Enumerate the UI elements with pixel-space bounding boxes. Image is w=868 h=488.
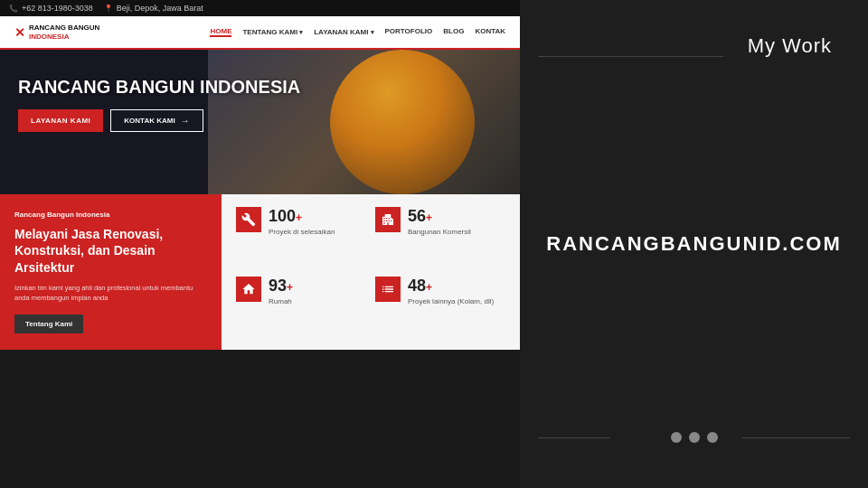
arrow-icon: → — [181, 116, 190, 126]
topbar-location: 📍 Beji, Depok, Jawa Barat — [104, 4, 203, 13]
stat-2-value: 56 — [408, 207, 426, 225]
stat-1-number: 100+ — [269, 207, 335, 226]
nav-kontak[interactable]: KONTAK — [475, 27, 505, 37]
stat-2-number: 56+ — [408, 207, 471, 226]
stats-title: Melayani Jasa Renovasi, Konstruksi, dan … — [14, 226, 207, 276]
contact-button-label: KONTAK KAMI — [124, 117, 175, 125]
stat-3-plus: + — [287, 281, 293, 294]
stats-grid: 100+ Proyek di selesaikan 56+ Bangunan K… — [222, 194, 520, 350]
nav-layanan[interactable]: LAYANAN KAMI — [314, 27, 373, 37]
my-work-label: My Work — [748, 34, 832, 58]
stat-1-value: 100 — [269, 207, 296, 225]
bottom-line-left — [538, 437, 610, 438]
logo: ✕ RANCANG BANGUN INDONESIA — [14, 23, 99, 41]
stat-4-label: Proyek lainnya (Kolam, dll) — [408, 297, 494, 305]
stat-3-data: 93+ Rumah — [269, 277, 293, 305]
contact-button[interactable]: KONTAK KAMI → — [110, 109, 203, 132]
stat-3-value: 93 — [269, 277, 287, 295]
stat-other: 48+ Proyek lainnya (Kolam, dll) — [375, 277, 505, 337]
navbar: ✕ RANCANG BANGUN INDONESIA HOME TENTANG … — [0, 16, 520, 50]
logo-line2: INDONESIA — [29, 33, 99, 42]
stats-section: Rancang Bangun Indonesia Melayani Jasa R… — [0, 194, 520, 350]
nav-portfolio[interactable]: PORTOFOLIO — [385, 27, 433, 37]
location-text: Beji, Depok, Jawa Barat — [117, 4, 203, 13]
stats-desc: Izinkan tim kami yang ahli dan profesion… — [14, 283, 207, 304]
phone-number: +62 813-1980-3038 — [22, 4, 93, 13]
bottom-line-right — [741, 437, 850, 438]
stat-1-data: 100+ Proyek di selesaikan — [269, 207, 335, 236]
stats-brand: Rancang Bangun Indonesia — [14, 211, 207, 219]
stat-projects: 100+ Proyek di selesaikan — [236, 207, 366, 267]
stat-commercial: 56+ Bangunan Komersil — [375, 207, 505, 267]
stat-4-plus: + — [426, 281, 432, 294]
dot-2[interactable] — [689, 432, 700, 443]
house-svg — [241, 282, 256, 296]
building-icon — [375, 207, 401, 232]
tools-svg — [241, 212, 256, 227]
service-button[interactable]: LAYANAN KAMI — [18, 109, 103, 132]
nav-tentang[interactable]: TENTANG KAMI — [242, 27, 303, 37]
stat-4-data: 48+ Proyek lainnya (Kolam, dll) — [408, 277, 494, 305]
hero-section: RANCANG BANGUN INDONESIA LAYANAN KAMI KO… — [0, 50, 520, 194]
stat-4-value: 48 — [408, 277, 426, 295]
house-icon — [236, 277, 261, 302]
stat-4-number: 48+ — [408, 277, 494, 296]
tools-icon — [236, 207, 261, 232]
nav-blog[interactable]: BLOG — [443, 27, 464, 37]
stat-2-data: 56+ Bangunan Komersil — [408, 207, 471, 236]
stat-3-label: Rumah — [269, 297, 293, 305]
list-icon — [375, 277, 401, 302]
stats-left-panel: Rancang Bangun Indonesia Melayani Jasa R… — [0, 194, 222, 350]
stat-1-plus: + — [296, 211, 302, 224]
logo-text: RANCANG BANGUN INDONESIA — [29, 23, 99, 41]
list-svg — [381, 282, 395, 296]
building-svg — [381, 212, 395, 227]
dot-3[interactable] — [707, 432, 718, 443]
stat-house: 93+ Rumah — [236, 277, 366, 337]
pagination-dots — [671, 432, 718, 443]
nav-home[interactable]: HOME — [210, 27, 231, 37]
nav-links: HOME TENTANG KAMI LAYANAN KAMI PORTOFOLI… — [210, 27, 505, 37]
logo-line1: RANCANG BANGUN — [29, 23, 99, 33]
topbar: 📞 +62 813-1980-3038 📍 Beji, Depok, Jawa … — [0, 0, 520, 16]
domain-name: RANCANGBANGUNID.COM — [546, 232, 841, 256]
right-panel: My Work RANCANGBANGUNID.COM — [520, 0, 868, 488]
location-icon: 📍 — [104, 5, 113, 13]
hero-buttons: LAYANAN KAMI KONTAK KAMI → — [18, 109, 502, 132]
hero-content: RANCANG BANGUN INDONESIA LAYANAN KAMI KO… — [18, 77, 502, 132]
stat-2-plus: + — [426, 211, 432, 224]
top-line — [538, 56, 723, 57]
logo-icon: ✕ — [14, 25, 25, 40]
stat-1-label: Proyek di selesaikan — [269, 228, 335, 236]
tentang-kami-button[interactable]: Tentang Kami — [14, 314, 83, 333]
dot-1[interactable] — [671, 432, 682, 443]
stat-2-label: Bangunan Komersil — [408, 228, 471, 236]
topbar-phone: 📞 +62 813-1980-3038 — [9, 4, 93, 13]
hero-title: RANCANG BANGUN INDONESIA — [18, 77, 307, 97]
stat-3-number: 93+ — [269, 277, 293, 296]
website-preview: 📞 +62 813-1980-3038 📍 Beji, Depok, Jawa … — [0, 0, 520, 488]
phone-icon: 📞 — [9, 5, 18, 13]
